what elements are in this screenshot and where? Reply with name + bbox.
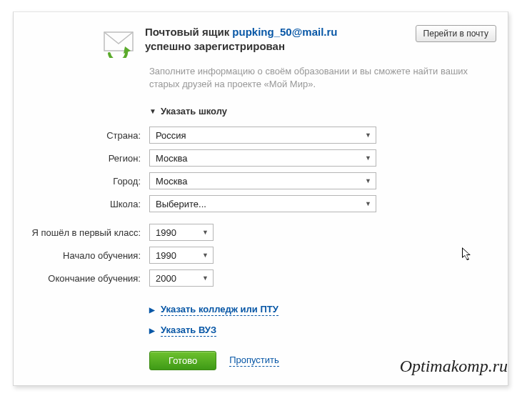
caret-icon: ▼ <box>365 177 371 184</box>
label-end-year: Окончание обучения: <box>25 273 149 284</box>
select-school[interactable]: Выберите... ▼ <box>149 195 376 212</box>
caret-icon: ▼ <box>202 252 209 259</box>
action-row: Готово Пропустить <box>14 341 508 370</box>
school-section-header[interactable]: ▼ Указать школу <box>14 94 508 124</box>
row-city: Город: Москва ▼ <box>14 169 508 192</box>
registered-email: pupking_50@mail.ru <box>232 26 337 38</box>
row-link-university: ▶ Указать ВУЗ <box>14 320 508 341</box>
envelope-area <box>25 25 145 58</box>
select-city[interactable]: Москва ▼ <box>149 172 376 189</box>
select-school-value: Выберите... <box>156 199 206 209</box>
row-school: Школа: Выберите... ▼ <box>14 192 508 215</box>
instruction-text: Заполните информацию о своём образовании… <box>14 61 508 94</box>
caret-icon: ▼ <box>365 132 371 139</box>
select-region[interactable]: Москва ▼ <box>149 149 376 167</box>
select-country[interactable]: Россия ▼ <box>149 127 376 144</box>
select-country-value: Россия <box>156 130 186 141</box>
title-prefix: Почтовый ящик <box>145 26 229 38</box>
label-start-year: Начало обучения: <box>25 250 149 261</box>
row-start-year: Начало обучения: 1990 ▼ <box>14 244 508 267</box>
chevron-down-icon: ▼ <box>149 107 156 115</box>
select-first-grade-value: 1990 <box>156 227 176 238</box>
ready-button[interactable]: Готово <box>149 351 216 370</box>
caret-icon: ▼ <box>365 200 371 207</box>
link-college[interactable]: Указать колледж или ПТУ <box>161 304 278 316</box>
select-start-year-value: 1990 <box>156 250 176 261</box>
label-city: Город: <box>25 176 149 187</box>
select-region-value: Москва <box>156 153 187 164</box>
envelope-icon <box>101 26 136 58</box>
label-region: Регион: <box>25 153 149 164</box>
row-first-grade: Я пошёл в первый класс: 1990 ▼ <box>14 221 508 244</box>
skip-link[interactable]: Пропустить <box>229 355 279 367</box>
label-school: Школа: <box>25 199 149 209</box>
goto-mail-button[interactable]: Перейти в почту <box>416 25 496 42</box>
row-link-college: ▶ Указать колледж или ПТУ <box>14 299 508 320</box>
title-area: Почтовый ящик pupking_50@mail.ru успешно… <box>145 25 416 53</box>
caret-icon: ▼ <box>202 229 209 236</box>
select-end-year-value: 2000 <box>156 273 176 284</box>
row-end-year: Окончание обучения: 2000 ▼ <box>14 267 508 289</box>
title-line2: успешно зарегистрирован <box>145 40 285 52</box>
select-start-year[interactable]: 1990 ▼ <box>149 247 214 264</box>
triangle-right-icon: ▶ <box>149 306 155 314</box>
page-title: Почтовый ящик pupking_50@mail.ru успешно… <box>145 25 416 53</box>
row-region: Регион: Москва ▼ <box>14 147 508 169</box>
registration-window: Почтовый ящик pupking_50@mail.ru успешно… <box>13 11 508 386</box>
header-row: Почтовый ящик pupking_50@mail.ru успешно… <box>14 12 508 61</box>
select-city-value: Москва <box>156 176 187 187</box>
caret-icon: ▼ <box>202 274 209 282</box>
triangle-right-icon: ▶ <box>149 327 155 335</box>
link-university[interactable]: Указать ВУЗ <box>161 325 216 337</box>
school-section-label: Указать школу <box>161 106 227 117</box>
select-end-year[interactable]: 2000 ▼ <box>149 269 214 287</box>
caret-icon: ▼ <box>365 154 371 162</box>
label-country: Страна: <box>25 130 149 141</box>
row-country: Страна: Россия ▼ <box>14 124 508 147</box>
select-first-grade[interactable]: 1990 ▼ <box>149 224 214 241</box>
label-first-grade: Я пошёл в первый класс: <box>25 227 149 238</box>
